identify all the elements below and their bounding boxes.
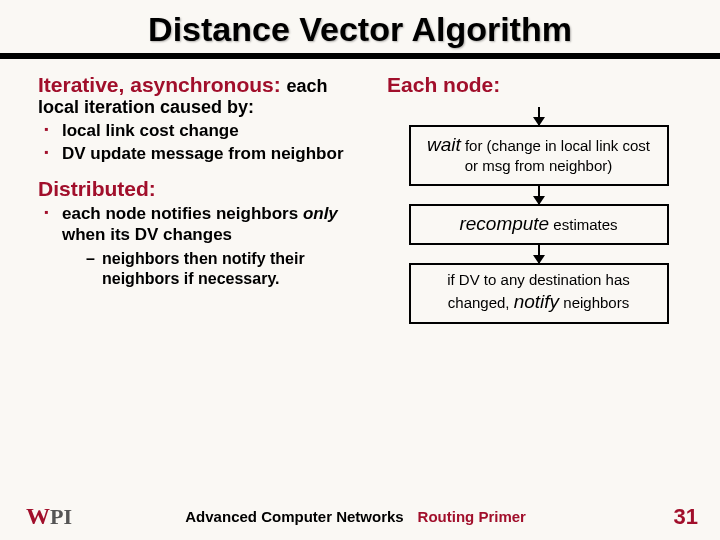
- arrow-icon: [538, 186, 540, 204]
- arrow-icon: [538, 245, 540, 263]
- bullet-text-tail: when its DV changes: [62, 225, 232, 244]
- distributed-term: Distributed:: [38, 177, 367, 201]
- left-column: Iterative, asynchronous: each local iter…: [38, 73, 377, 324]
- wait-keyword: wait: [427, 134, 461, 155]
- slide-title: Distance Vector Algorithm: [0, 0, 720, 53]
- notify-keyword: notify: [514, 291, 559, 312]
- arrow-icon: [538, 107, 540, 125]
- page-number: 31: [674, 504, 698, 530]
- flow-box-notify: if DV to any destination has changed, no…: [409, 263, 669, 324]
- wpi-logo-icon: W PI: [26, 502, 82, 530]
- flow-box-wait: wait for (change in local link cost or m…: [409, 125, 669, 186]
- each-node-heading: Each node:: [387, 73, 690, 97]
- iterative-heading: Iterative, asynchronous: each local iter…: [38, 73, 367, 118]
- distributed-bullets: each node notifies neighbors only when i…: [38, 203, 367, 290]
- recompute-text: estimates: [549, 216, 617, 233]
- list-item: DV update message from neighbor: [44, 143, 367, 164]
- notify-tail: neighbors: [559, 294, 629, 311]
- right-column: Each node: wait for (change in local lin…: [377, 73, 690, 324]
- iterative-term: Iterative, asynchronous:: [38, 73, 287, 96]
- flow-box-recompute: recompute estimates: [409, 204, 669, 246]
- flowchart: wait for (change in local link cost or m…: [387, 107, 690, 324]
- content-area: Iterative, asynchronous: each local iter…: [0, 73, 720, 324]
- sub-list-item: neighbors then notify their neighbors if…: [86, 249, 367, 289]
- footer-topic: Routing Primer: [418, 508, 526, 525]
- bullet-text-italic: only: [303, 204, 338, 223]
- iterative-bullets: local link cost change DV update message…: [38, 120, 367, 165]
- title-underline: [0, 53, 720, 59]
- sub-bullets: neighbors then notify their neighbors if…: [62, 249, 367, 289]
- wpi-logo: W PI: [26, 502, 82, 530]
- list-item: each node notifies neighbors only when i…: [44, 203, 367, 290]
- bullet-text-lead: each node notifies neighbors: [62, 204, 303, 223]
- footer: W PI Advanced Computer Networks Routing …: [0, 502, 720, 530]
- list-item: local link cost change: [44, 120, 367, 141]
- recompute-keyword: recompute: [459, 213, 549, 234]
- wait-text: for (change in local link cost or msg fr…: [461, 137, 650, 174]
- svg-text:PI: PI: [50, 504, 72, 529]
- footer-course: Advanced Computer Networks: [185, 508, 403, 525]
- svg-text:W: W: [26, 503, 50, 529]
